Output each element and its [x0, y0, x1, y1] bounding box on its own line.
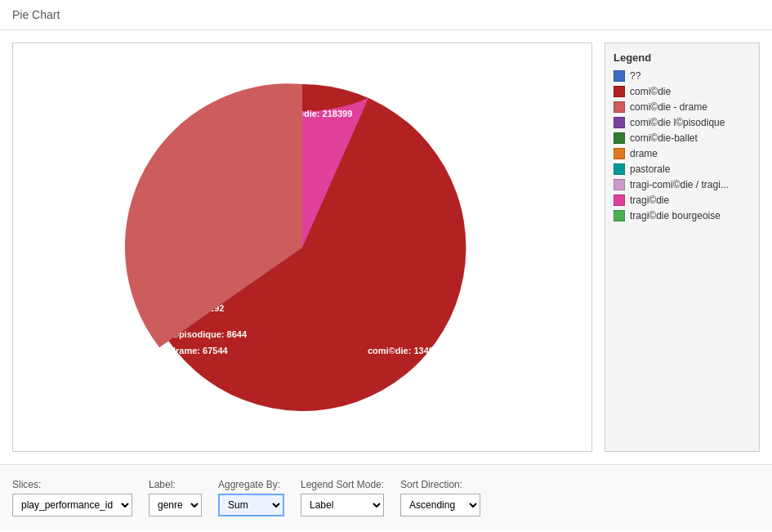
sort-dir-control: Sort Direction: AscendingDescending — [400, 479, 480, 516]
legend-item: drame — [614, 148, 751, 159]
legend-items: ??comi©diecomi©die - dramecomi©die l©pis… — [614, 70, 751, 221]
legend-color-swatch — [614, 132, 625, 144]
aggregate-control: Aggregate By: SumCountAverageMinMax — [218, 479, 284, 516]
legend-item-label: comi©die-ballet — [630, 132, 698, 144]
legend-item-label: drame — [630, 148, 658, 159]
legend-color-swatch — [614, 210, 625, 221]
chart-area: comi©die: 1349068 tragi©die: 218399 trag… — [12, 42, 592, 452]
label-label: Label: — [149, 479, 202, 490]
label-select[interactable]: genre — [149, 494, 202, 516]
legend-sort-label: Legend Sort Mode: — [301, 479, 384, 490]
label-control: Label: genre — [149, 479, 202, 516]
legend-color-swatch — [614, 117, 625, 128]
legend-item-label: tragi©die bourgeoise — [630, 210, 721, 221]
sort-dir-select[interactable]: AscendingDescending — [400, 494, 480, 516]
pie-chart: comi©die: 1349068 tragi©die: 218399 trag… — [123, 68, 482, 427]
legend-item: tragi-comi©die / tragi... — [614, 179, 751, 190]
legend-item: tragi©die bourgeoise — [614, 210, 751, 221]
legend-color-swatch — [614, 86, 625, 97]
legend-item-label: tragi-comi©die / tragi... — [630, 179, 729, 190]
legend-color-swatch — [614, 70, 625, 82]
slices-select[interactable]: play_performance_id — [12, 494, 132, 516]
legend-item: pastorale — [614, 163, 751, 175]
legend-item: tragi©die — [614, 194, 751, 206]
legend-color-swatch — [614, 148, 625, 159]
legend-sort-control: Legend Sort Mode: LabelValue — [301, 479, 384, 516]
legend-panel: Legend ??comi©diecomi©die - dramecomi©di… — [605, 42, 760, 452]
legend-item-label: pastorale — [630, 163, 670, 175]
main-content: comi©die: 1349068 tragi©die: 218399 trag… — [0, 30, 772, 464]
legend-item-label: ?? — [630, 70, 640, 82]
sort-dir-label: Sort Direction: — [400, 479, 480, 490]
page-title: Pie Chart — [0, 0, 772, 30]
slices-label: Slices: — [12, 479, 132, 490]
legend-item-label: comi©die - drame — [630, 101, 707, 113]
legend-color-swatch — [614, 194, 625, 206]
legend-item-label: comi©die — [630, 86, 671, 97]
legend-color-swatch — [614, 179, 625, 190]
legend-item: ?? — [614, 70, 751, 82]
aggregate-select[interactable]: SumCountAverageMinMax — [218, 494, 284, 516]
slices-control: Slices: play_performance_id — [12, 479, 132, 516]
legend-color-swatch — [614, 163, 625, 175]
legend-item: comi©die — [614, 86, 751, 97]
legend-item: comi©die-ballet — [614, 132, 751, 144]
legend-title: Legend — [614, 51, 751, 64]
legend-item-label: tragi©die — [630, 194, 669, 206]
pie-svg: comi©die: 1349068 tragi©die: 218399 trag… — [123, 68, 482, 427]
aggregate-label: Aggregate By: — [218, 479, 284, 490]
legend-sort-select[interactable]: LabelValue — [301, 494, 384, 516]
legend-item: comi©die - drame — [614, 101, 751, 113]
controls-bar: Slices: play_performance_id Label: genre… — [0, 464, 772, 530]
legend-item: comi©die l©pisodique — [614, 117, 751, 128]
legend-color-swatch — [614, 101, 625, 113]
legend-item-label: comi©die l©pisodique — [630, 117, 725, 128]
